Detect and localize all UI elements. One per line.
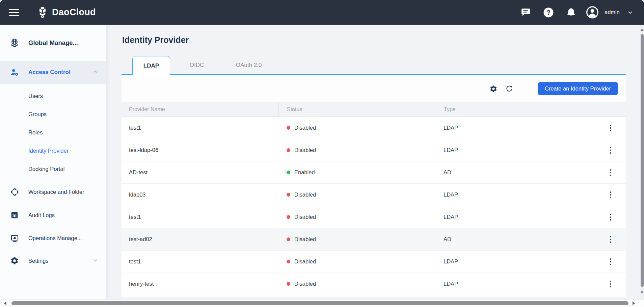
brand-name: DaoCloud (52, 0, 96, 25)
vertical-scrollbar-thumb[interactable] (641, 34, 644, 287)
sidebar-item-users[interactable]: Users (0, 87, 106, 105)
horizontal-scrollbar-thumb[interactable] (11, 301, 628, 305)
sidebar-item-settings[interactable]: Settings (0, 252, 106, 270)
topbar: DaoCloud ? admin (0, 0, 644, 25)
type-cell: AD (437, 228, 595, 250)
table-row[interactable]: test1 Disabled LDAP (122, 206, 626, 228)
status-cell: Disabled (278, 273, 437, 295)
tab-oauth2[interactable]: OAuth 2.0 (227, 56, 271, 74)
status-cell: Disabled (278, 251, 437, 273)
row-actions-kebab-icon[interactable] (606, 232, 616, 247)
provider-name-cell: henry-test (122, 273, 278, 295)
sidebar-item-identity-provider[interactable]: Identity Provider (0, 142, 106, 160)
status-label: Disabled (294, 125, 316, 131)
row-actions-kebab-icon[interactable] (606, 143, 616, 158)
table-row[interactable]: test1 Disabled LDAP (122, 117, 626, 139)
status-dot (287, 193, 290, 197)
scroll-down-arrow-icon[interactable] (641, 291, 643, 293)
svg-text:?: ? (546, 8, 551, 16)
row-actions-kebab-icon[interactable] (606, 277, 616, 291)
help-icon[interactable]: ? (542, 0, 555, 25)
status-dot (287, 215, 290, 219)
status-dot (287, 237, 290, 241)
provider-name-cell: test1 (122, 206, 278, 228)
settings-icon[interactable] (489, 84, 498, 93)
row-actions-kebab-icon[interactable] (606, 187, 616, 202)
avatar-icon[interactable] (586, 0, 599, 25)
audit-logs-icon (9, 211, 20, 220)
status-dot (287, 171, 290, 174)
type-cell: LDAP (437, 117, 595, 139)
provider-name-cell: test-ad02 (122, 228, 278, 250)
chevron-up-icon[interactable] (92, 69, 98, 76)
type-cell: AD (437, 161, 595, 183)
type-cell: LDAP (437, 184, 595, 206)
scroll-left-arrow-icon[interactable] (4, 301, 6, 305)
sidebar-item-workspace-and-folder[interactable]: Workspace and Folder (0, 183, 106, 201)
sidebar-item-docking-portal[interactable]: Docking Portal (0, 160, 106, 178)
table-row[interactable]: test-ad02 Disabled AD (122, 228, 626, 251)
user-menu-chevron-down-icon[interactable] (627, 0, 633, 25)
daocloud-window: DaoCloud ? admin (0, 0, 644, 307)
table-header: Provider Name Status Type (122, 102, 626, 117)
create-identity-provider-button[interactable]: Create an Identity Provider (538, 82, 618, 95)
vertical-scrollbar[interactable] (640, 25, 644, 299)
refresh-icon[interactable] (505, 84, 514, 93)
provider-name-cell: test-ldap-06 (122, 139, 278, 161)
username-label: admin (605, 0, 620, 25)
tab-ldap[interactable]: LDAP (132, 56, 170, 75)
notifications-icon[interactable] (564, 0, 578, 25)
workspace-icon (9, 187, 20, 197)
status-dot (287, 282, 290, 286)
type-cell: LDAP (437, 273, 595, 295)
status-cell: Disabled (278, 184, 437, 206)
scroll-right-arrow-icon[interactable] (633, 301, 635, 305)
user-gear-icon (9, 68, 20, 77)
row-actions-kebab-icon[interactable] (606, 121, 616, 135)
column-header-type: Type (437, 102, 595, 117)
provider-name-cell: AD-test (122, 161, 278, 183)
status-label: Disabled (294, 191, 316, 198)
chevron-down-icon[interactable] (92, 257, 98, 264)
status-label: Enabled (294, 169, 315, 176)
horizontal-scrollbar[interactable] (0, 299, 644, 307)
status-label: Disabled (294, 214, 316, 220)
type-cell: LDAP (437, 206, 595, 228)
sidebar-item-groups[interactable]: Groups (0, 105, 106, 123)
sidebar-item-access-control[interactable]: Access Control (0, 61, 106, 84)
table-row[interactable]: henry-test Disabled LDAP (122, 273, 626, 295)
row-actions-kebab-icon[interactable] (606, 210, 616, 225)
status-label: Disabled (294, 258, 316, 265)
status-dot (287, 126, 290, 130)
column-header-status: Status (278, 102, 437, 117)
sidebar-item-roles[interactable]: Roles (0, 123, 106, 142)
status-dot (287, 148, 290, 152)
sidebar-item-operations-management[interactable]: Operations Manage... (0, 229, 106, 247)
row-actions-kebab-icon[interactable] (606, 254, 616, 269)
table-row[interactable]: ldap03 Disabled LDAP (122, 184, 626, 206)
hamburger-menu-button[interactable] (9, 9, 19, 16)
sidebar-item-audit-logs[interactable]: Audit Logs (0, 206, 106, 224)
status-cell: Disabled (278, 228, 437, 250)
column-header-actions (595, 102, 626, 117)
page-title: Identity Provider (122, 35, 189, 45)
table-toolbar: Create an Identity Provider (122, 75, 626, 102)
status-cell: Disabled (278, 117, 437, 139)
globe-icon (9, 38, 20, 48)
status-cell: Disabled (278, 206, 437, 228)
provider-name-cell: test1 (122, 251, 278, 273)
chat-icon[interactable] (519, 0, 532, 25)
status-cell: Enabled (278, 161, 437, 183)
gear-icon (9, 256, 20, 265)
table-row[interactable]: test1 Disabled LDAP (122, 251, 626, 273)
sidebar-product-switcher[interactable]: Global Manage... (0, 34, 106, 52)
sidebar-divider (5, 60, 101, 60)
tab-oidc[interactable]: OIDC (182, 56, 211, 74)
provider-name-cell: test1 (122, 117, 278, 139)
table-row[interactable]: test-ldap-06 Disabled LDAP (122, 139, 626, 161)
table-row[interactable]: AD-test Enabled AD (122, 161, 626, 184)
row-actions-kebab-icon[interactable] (606, 165, 616, 180)
sidebar: Global Manage... Access Control User (0, 25, 106, 299)
hamburger-icon (9, 9, 19, 10)
scroll-up-arrow-icon[interactable] (641, 29, 643, 31)
